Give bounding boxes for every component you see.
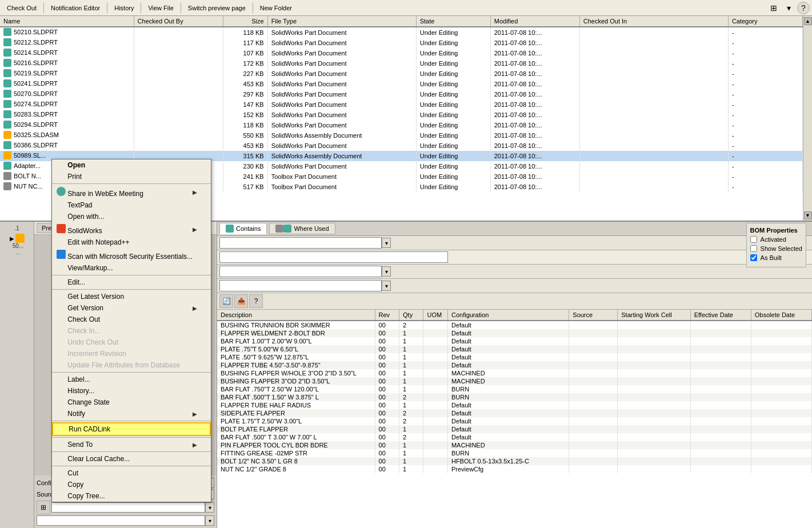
col-state[interactable]: State bbox=[416, 16, 490, 27]
dropdown-arrow-button[interactable]: ▾ bbox=[782, 2, 795, 14]
help-button[interactable]: ? bbox=[797, 2, 810, 14]
bom-row[interactable]: BUSHING FLAPPER 3"OD 2"ID 3.50"L 00 1 MA… bbox=[217, 377, 812, 385]
bom-row[interactable]: FLAPPER WELDMENT 2-BOLT BDR 00 1 Default bbox=[217, 329, 812, 337]
context-menu-item[interactable]: Open with... bbox=[52, 211, 211, 222]
context-menu-item[interactable]: Get Version▶ bbox=[52, 302, 211, 314]
bom-filter3-input[interactable] bbox=[219, 280, 382, 291]
col-name[interactable]: Name bbox=[0, 16, 134, 27]
table-row[interactable]: 50210.SLDPRT 118 KB SolidWorks Part Docu… bbox=[0, 27, 803, 38]
table-row[interactable]: 50325.SLDASM 550 KB SolidWorks Assembly … bbox=[0, 130, 803, 141]
context-menu-item[interactable]: Label... bbox=[52, 374, 211, 385]
context-menu-item[interactable]: Run CADLink bbox=[52, 422, 211, 436]
table-row[interactable]: 50386.SLDPRT 453 KB SolidWorks Part Docu… bbox=[0, 141, 803, 151]
as-built-checkbox[interactable] bbox=[750, 254, 757, 261]
new-folder-button[interactable]: New Folder bbox=[255, 3, 297, 13]
bom-row[interactable]: PIN FLAPPER TOOL CYL BDR BDRE 00 1 MACHI… bbox=[217, 441, 812, 449]
bom-row[interactable]: BAR FLAT .750"T 2.50"W 120.00"L 00 1 BUR… bbox=[217, 385, 812, 393]
col-checked-out-by[interactable]: Checked Out By bbox=[134, 16, 223, 27]
table-row[interactable]: 50274.SLDPRT 147 KB SolidWorks Part Docu… bbox=[0, 99, 803, 110]
bom-tool-refresh[interactable]: 🔄 bbox=[219, 294, 233, 308]
table-row[interactable]: 50294.SLDPRT 118 KB SolidWorks Part Docu… bbox=[0, 120, 803, 130]
col-size[interactable]: Size bbox=[223, 16, 267, 27]
context-menu-item[interactable]: Check Out bbox=[52, 314, 211, 325]
col-category[interactable]: Category bbox=[728, 16, 802, 27]
bom-row[interactable]: PLATE .50"T 9.625"W 12.875"L 00 1 Defaul… bbox=[217, 353, 812, 361]
bom-row[interactable]: PLATE 1.75"T 2.50"W 3.00"L 00 2 Default bbox=[217, 417, 812, 425]
switch-preview-button[interactable]: Switch preview page bbox=[183, 3, 250, 13]
checkout-button[interactable]: Check Out bbox=[2, 3, 41, 13]
context-menu-item[interactable]: Open bbox=[52, 159, 211, 171]
scroll-up[interactable]: ▲ bbox=[804, 17, 812, 25]
bom-rev-input[interactable] bbox=[219, 251, 448, 263]
bom-col-obs-date[interactable]: Obsolete Date bbox=[751, 310, 811, 321]
file-scrollbar[interactable]: ▲ ▼ bbox=[803, 16, 812, 221]
show-selected-checkbox[interactable] bbox=[750, 245, 757, 252]
col-modified[interactable]: Modified bbox=[490, 16, 579, 27]
config-dropdown-3[interactable]: ▾ bbox=[205, 515, 214, 526]
view-file-button[interactable]: View File bbox=[143, 3, 178, 13]
grid-icon-button[interactable]: ⊞ bbox=[767, 2, 780, 14]
scroll-down[interactable]: ▼ bbox=[804, 211, 812, 219]
bom-row[interactable]: BUSHING TRUNNION BDR SKIMMER 00 2 Defaul… bbox=[217, 321, 812, 329]
activated-checkbox[interactable] bbox=[750, 236, 757, 243]
bom-row[interactable]: BAR FLAT .500"T 1.50" W 3.875" L 00 2 BU… bbox=[217, 393, 812, 401]
bom-row[interactable]: FLAPPER TUBE 4.50"-3.50"-9.875" 00 1 Def… bbox=[217, 361, 812, 369]
bom-tool-help[interactable]: ? bbox=[249, 294, 263, 308]
tab-where-used[interactable]: Where Used bbox=[269, 223, 335, 234]
config-input-2[interactable] bbox=[51, 502, 205, 513]
bom-filter3-dropdown[interactable]: ▾ bbox=[382, 281, 391, 291]
bom-filter2-input[interactable] bbox=[219, 266, 382, 277]
bom-row[interactable]: BAR FLAT .500" T 3.00" W 7.00" L 00 2 De… bbox=[217, 433, 812, 441]
bom-row[interactable]: BUSHING FLAPPER W/HOLE 3"OD 2"ID 3.50"L … bbox=[217, 369, 812, 377]
table-row[interactable]: 50270.SLDPRT 297 KB SolidWorks Part Docu… bbox=[0, 89, 803, 99]
bom-col-eff-date[interactable]: Effective Date bbox=[690, 310, 751, 321]
context-menu-item[interactable]: Get Latest Version bbox=[52, 291, 211, 302]
bom-row[interactable]: SIDEPLATE FLAPPER 00 2 Default bbox=[217, 409, 812, 417]
context-menu-item[interactable]: Cut bbox=[52, 467, 211, 479]
bom-filter-dropdown[interactable]: ▾ bbox=[382, 238, 391, 248]
bom-row[interactable]: BOLT PLATE FLAPPER 00 1 Default bbox=[217, 425, 812, 433]
bom-col-swc[interactable]: Starting Work Cell bbox=[618, 310, 690, 321]
col-file-type[interactable]: File Type bbox=[267, 16, 416, 27]
tab-contains[interactable]: Contains bbox=[219, 223, 267, 234]
bom-col-rev[interactable]: Rev bbox=[375, 310, 399, 321]
context-menu-item[interactable]: Share in WebEx Meeting▶ bbox=[52, 185, 211, 199]
table-row[interactable]: 50212.SLDPRT 117 KB SolidWorks Part Docu… bbox=[0, 38, 803, 48]
context-menu-item[interactable]: Send To▶ bbox=[52, 439, 211, 450]
bom-table-container[interactable]: Description Rev Qty UOM Configuration So… bbox=[217, 310, 812, 528]
bom-row[interactable]: FLAPPER TUBE HALF RADIUS 00 1 Default bbox=[217, 401, 812, 409]
config-input-3[interactable] bbox=[37, 515, 205, 526]
context-menu-item[interactable]: Change State bbox=[52, 397, 211, 408]
context-menu-item[interactable]: Edit... bbox=[52, 277, 211, 288]
context-menu-item[interactable]: Edit with Notepad++ bbox=[52, 237, 211, 248]
context-menu-item[interactable]: Copy Tree... bbox=[52, 490, 211, 502]
context-menu-item[interactable]: SolidWorks▶ bbox=[52, 222, 211, 237]
context-menu-item[interactable]: Notify▶ bbox=[52, 408, 211, 419]
bom-col-qty[interactable]: Qty bbox=[399, 310, 423, 321]
bom-filter2-dropdown[interactable]: ▾ bbox=[382, 266, 391, 277]
col-checked-out-in[interactable]: Checked Out In bbox=[579, 16, 728, 27]
bom-col-uom[interactable]: UOM bbox=[423, 310, 447, 321]
bom-col-configuration[interactable]: Configuration bbox=[447, 310, 569, 321]
config-dropdown-2[interactable]: ▾ bbox=[205, 502, 214, 513]
bom-row[interactable]: FITTING GREASE -02MP STR 00 1 BURN bbox=[217, 449, 812, 457]
bom-col-description[interactable]: Description bbox=[217, 310, 375, 321]
notification-editor-button[interactable]: Notification Editor bbox=[46, 3, 105, 13]
context-menu-item[interactable]: View/Markup... bbox=[52, 262, 211, 274]
bom-row[interactable]: BAR FLAT 1.00"T 2.00"W 9.00"L 00 1 Defau… bbox=[217, 337, 812, 345]
bom-row[interactable]: PLATE .75"T 5.00"W 6.50"L 00 1 Default bbox=[217, 345, 812, 353]
context-menu-item[interactable]: History... bbox=[52, 385, 211, 397]
bom-tool-export[interactable]: 📤 bbox=[234, 294, 248, 308]
bom-row[interactable]: NUT NC 1/2" GRADE 8 00 1 PreviewCfg bbox=[217, 465, 812, 473]
bom-tool-1[interactable]: ⊞ bbox=[37, 501, 50, 514]
context-menu-item[interactable]: Clear Local Cache... bbox=[52, 453, 211, 465]
bom-filter-input[interactable] bbox=[219, 237, 382, 249]
tree-node[interactable]: ▶ bbox=[10, 234, 25, 243]
table-row[interactable]: 50216.SLDPRT 172 KB SolidWorks Part Docu… bbox=[0, 58, 803, 69]
context-menu-item[interactable]: Scan with Microsoft Security Essentials.… bbox=[52, 248, 211, 262]
context-menu-item[interactable]: Print bbox=[52, 171, 211, 182]
table-row[interactable]: 50214.SLDPRT 107 KB SolidWorks Part Docu… bbox=[0, 48, 803, 58]
bom-row[interactable]: BOLT 1/2" NC 3.50" L GR 8 00 1 HFBOLT 0.… bbox=[217, 457, 812, 465]
context-menu-item[interactable]: Copy bbox=[52, 479, 211, 490]
history-button[interactable]: History bbox=[110, 3, 138, 13]
